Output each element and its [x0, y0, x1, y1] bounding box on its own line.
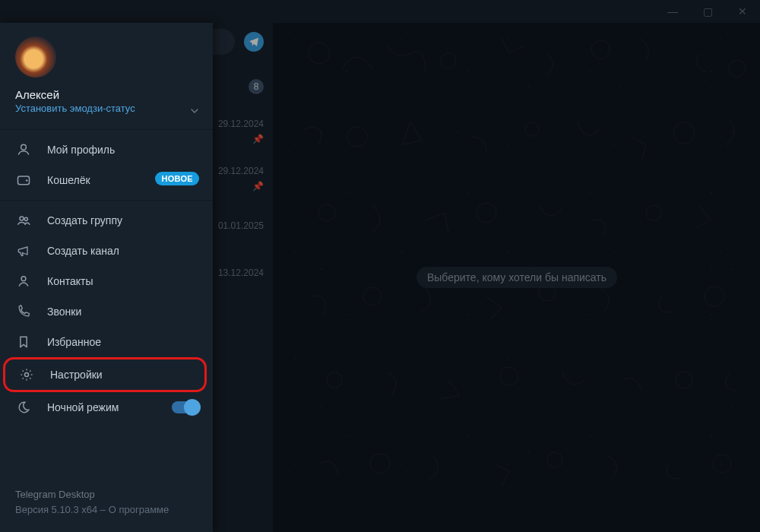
menu-item-new-channel[interactable]: Создать канал — [0, 236, 213, 266]
phone-icon — [15, 304, 32, 319]
separator — [0, 129, 213, 130]
menu-item-label: Создать группу — [47, 214, 122, 226]
wallet-icon — [15, 173, 32, 188]
menu-item-saved[interactable]: Избранное — [0, 327, 213, 357]
user-avatar[interactable] — [15, 36, 56, 78]
menu-item-label: Создать канал — [47, 245, 119, 257]
svg-point-22 — [20, 217, 24, 220]
menu-item-label: Звонки — [47, 306, 81, 318]
moon-icon — [15, 400, 32, 415]
menu-item-settings[interactable]: Настройки — [3, 357, 207, 392]
svg-point-24 — [21, 277, 26, 281]
gear-icon — [18, 367, 35, 382]
bookmark-icon — [15, 334, 32, 350]
drawer-footer: Telegram Desktop Версия 5.10.3 x64 – О п… — [0, 487, 213, 532]
main-menu-drawer: Алексей Установить эмодзи-статус Мой про… — [0, 23, 213, 532]
night-mode-toggle[interactable] — [172, 401, 199, 413]
svg-point-23 — [24, 217, 27, 220]
menu-item-calls[interactable]: Звонки — [0, 296, 213, 327]
svg-point-25 — [25, 373, 29, 377]
contacts-icon — [15, 274, 32, 289]
app-name: Telegram Desktop — [15, 487, 198, 502]
menu-item-label: Избранное — [47, 336, 101, 348]
app-version[interactable]: Версия 5.10.3 x64 – О программе — [15, 502, 198, 518]
menu-item-label: Настройки — [50, 369, 103, 381]
user-name: Алексей — [15, 88, 198, 101]
group-icon — [15, 213, 32, 228]
user-icon — [15, 142, 32, 157]
chevron-down-icon[interactable] — [188, 105, 201, 117]
megaphone-icon — [15, 243, 32, 258]
svg-point-21 — [26, 179, 28, 182]
separator — [0, 200, 213, 201]
drawer-profile: Алексей Установить эмодзи-статус — [0, 23, 213, 125]
menu-item-label: Кошелёк — [47, 174, 90, 186]
menu-item-label: Мой профиль — [47, 144, 115, 156]
menu-item-new-group[interactable]: Создать группу — [0, 205, 213, 236]
set-emoji-status-link[interactable]: Установить эмодзи-статус — [15, 103, 198, 114]
menu-item-night-mode[interactable]: Ночной режим — [0, 392, 213, 423]
svg-point-19 — [21, 144, 27, 150]
menu-item-label: Ночной режим — [47, 401, 119, 413]
new-badge: НОВОЕ — [155, 172, 199, 185]
menu-item-contacts[interactable]: Контакты — [0, 266, 213, 296]
menu-item-my-profile[interactable]: Мой профиль — [0, 135, 213, 165]
menu-item-wallet[interactable]: Кошелёк НОВОЕ — [0, 165, 213, 195]
menu-item-label: Контакты — [47, 275, 93, 287]
